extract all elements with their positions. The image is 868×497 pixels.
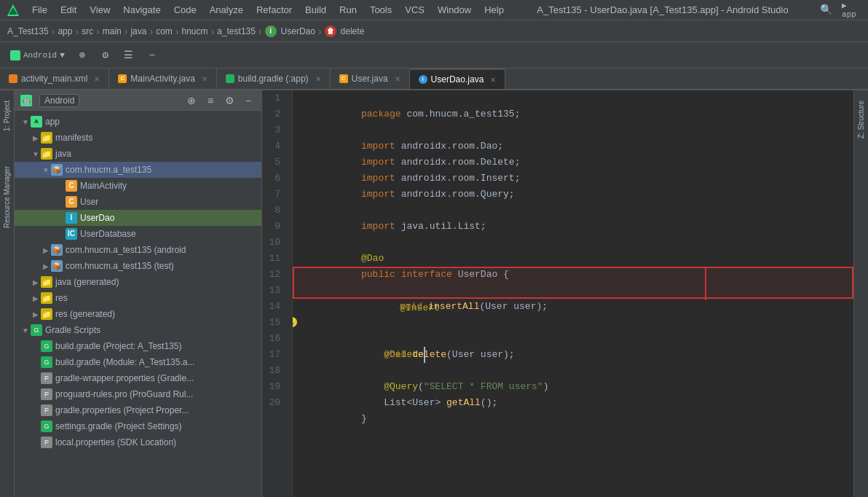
- tree-item-test[interactable]: ▶ 📦 com.hnucm.a_test135 (test): [15, 258, 261, 274]
- menu-tools[interactable]: Tools: [364, 3, 398, 17]
- folder-icon: 📁: [41, 292, 52, 304]
- close-icon[interactable]: ✕: [315, 75, 321, 83]
- tree-item-user[interactable]: C User: [15, 194, 261, 210]
- menu-file[interactable]: File: [26, 3, 53, 17]
- code-editor[interactable]: 1 2 3 4 5 6 7 8 9 10 11 12 13 14 15 16 1…: [262, 90, 853, 497]
- breadcrumb-main[interactable]: main: [103, 26, 122, 36]
- breadcrumb-project[interactable]: A_Test135: [7, 26, 49, 36]
- main-layout: 1: Project Resource Manager 🤖 Android ⊕ …: [0, 90, 868, 497]
- close-icon[interactable]: ✕: [490, 76, 496, 84]
- z-structure-label[interactable]: Z: Structure: [856, 98, 867, 141]
- bulb-icon[interactable]: 💡: [293, 317, 297, 327]
- breadcrumb-app[interactable]: app: [58, 26, 72, 36]
- menu-run[interactable]: Run: [334, 3, 363, 17]
- breadcrumb-delete[interactable]: delete: [341, 26, 365, 36]
- tree-item-gradle-scripts[interactable]: ▼ G Gradle Scripts: [15, 322, 261, 338]
- tree-item-local-props[interactable]: P local.properties (SDK Location): [15, 434, 261, 450]
- project-panel-header: 🤖 Android ⊕ ≡ ⚙ −: [15, 90, 261, 111]
- breadcrumb-hnucm[interactable]: hnucm: [181, 26, 208, 36]
- add-file-btn[interactable]: ⊕: [184, 93, 199, 108]
- tree-arrow: ▼: [20, 326, 31, 334]
- add-btn[interactable]: ⊕: [72, 45, 92, 66]
- line-num-2: 2: [262, 106, 286, 122]
- menu-view[interactable]: View: [84, 3, 116, 17]
- menu-code[interactable]: Code: [168, 3, 202, 17]
- tree-label: res: [55, 293, 68, 303]
- tree-item-gradle-wrapper[interactable]: P gradle-wrapper.properties (Gradle...: [15, 370, 261, 386]
- tree-item-build-gradle-project[interactable]: G build.gradle (Project: A_Test135): [15, 338, 261, 354]
- menu-build[interactable]: Build: [299, 3, 332, 17]
- folder-icon: 📁: [41, 276, 52, 288]
- tree-item-java-generated[interactable]: ▶ 📁 java (generated): [15, 274, 261, 290]
- gradle-icon: G: [41, 356, 52, 368]
- tree-item-java[interactable]: ▼ 📁 java: [15, 146, 261, 162]
- tab-user[interactable]: C User.java ✕: [331, 69, 410, 89]
- tree-item-res-generated[interactable]: ▶ 📁 res (generated): [15, 306, 261, 322]
- tree-arrow: [55, 230, 66, 238]
- menu-edit[interactable]: Edit: [55, 3, 82, 17]
- tree-label: gradle-wrapper.properties (Gradle...: [55, 373, 194, 383]
- app-label[interactable]: ▶ app: [839, 0, 859, 20]
- code-line-20: }: [304, 395, 842, 411]
- android-dropdown-select[interactable]: Android: [39, 94, 79, 107]
- tree-item-androidtest[interactable]: ▶ 📦 com.hnucm.a_test135 (android: [15, 242, 261, 258]
- code-line-3: import androidx.room.Dao;: [304, 122, 842, 138]
- breadcrumb-a_test135[interactable]: a_test135: [217, 26, 256, 36]
- tree-item-res[interactable]: ▶ 📁 res: [15, 290, 261, 306]
- gradle-scripts-icon: G: [31, 324, 42, 336]
- close-icon[interactable]: ✕: [395, 75, 401, 83]
- tree-item-app[interactable]: ▼ A app: [15, 114, 261, 130]
- code-line-10: @Dao: [304, 235, 842, 251]
- search-everywhere-btn[interactable]: 🔍: [816, 0, 836, 20]
- tree-item-build-gradle-module[interactable]: G build.gradle (Module: A_Test135.a...: [15, 354, 261, 370]
- tree-item-proguard[interactable]: P proguard-rules.pro (ProGuard Rul...: [15, 386, 261, 402]
- tab-activity-main[interactable]: activity_main.xml ✕: [0, 69, 109, 89]
- xml-icon: [9, 74, 17, 83]
- project-panel-label[interactable]: 1: Project: [1, 98, 12, 134]
- minimize-btn[interactable]: −: [142, 45, 162, 66]
- tree-label: gradle.properties (Project Proper...: [55, 405, 189, 415]
- breadcrumb-com[interactable]: com: [156, 26, 173, 36]
- tree-item-settings-gradle[interactable]: G settings.gradle (Project Settings): [15, 418, 261, 434]
- code-line-2: [304, 106, 842, 122]
- settings-btn[interactable]: ☰: [119, 45, 139, 66]
- tree-arrow: ▼: [41, 166, 51, 174]
- tree-item-manifests[interactable]: ▶ 📁 manifests: [15, 130, 261, 146]
- close-icon[interactable]: ✕: [202, 75, 208, 83]
- java-icon: C: [118, 74, 127, 83]
- code-line-17: [304, 347, 842, 363]
- menu-help[interactable]: Help: [478, 3, 510, 17]
- tree-item-gradle-props[interactable]: P gradle.properties (Project Proper...: [15, 402, 261, 418]
- line-num-19: 19: [262, 379, 286, 395]
- line-num-3: 3: [262, 122, 286, 138]
- tree-arrow: ▶: [31, 294, 41, 302]
- android-dropdown[interactable]: Android ▼: [6, 45, 69, 66]
- tab-mainactivity[interactable]: C MainActivity.java ✕: [109, 69, 216, 89]
- menu-vcs[interactable]: VCS: [399, 3, 430, 17]
- line-num-20: 20: [262, 395, 286, 411]
- tree-item-mainactivity[interactable]: C MainActivity: [15, 178, 261, 194]
- gear-btn[interactable]: ⚙: [95, 45, 116, 66]
- menu-analyze[interactable]: Analyze: [204, 3, 249, 17]
- tree-item-package[interactable]: ▼ 📦 com.hnucm.a_test135: [15, 162, 261, 178]
- tab-userdao[interactable]: i UserDao.java ✕: [410, 69, 506, 89]
- menu-navigate[interactable]: Navigate: [117, 3, 166, 17]
- close-panel-btn[interactable]: −: [241, 93, 256, 108]
- tree-item-userdatabase[interactable]: IC UserDatabase: [15, 226, 261, 242]
- menu-window[interactable]: Window: [432, 3, 477, 17]
- tree-arrow: ▼: [20, 118, 31, 126]
- menu-refactor[interactable]: Refactor: [250, 3, 298, 17]
- settings-gear-btn[interactable]: ⚙: [222, 93, 237, 108]
- resource-manager-label[interactable]: Resource Manager: [1, 163, 12, 231]
- breadcrumb-java[interactable]: java: [130, 26, 146, 36]
- breadcrumb-src[interactable]: src: [82, 26, 93, 36]
- menu-bar: File Edit View Navigate Code Analyze Ref…: [0, 0, 868, 20]
- code-line-6: import androidx.room.Query;: [304, 171, 842, 187]
- code-line-12: @Insert: [293, 267, 853, 283]
- code-text: }: [361, 413, 367, 424]
- breadcrumb-userdao[interactable]: UserDao: [281, 26, 315, 36]
- close-icon[interactable]: ✕: [94, 75, 100, 83]
- tab-buildgradle[interactable]: build.gradle (:app) ✕: [217, 69, 331, 89]
- tree-item-userdao[interactable]: I UserDao: [15, 210, 261, 226]
- collapse-btn[interactable]: ≡: [203, 93, 218, 108]
